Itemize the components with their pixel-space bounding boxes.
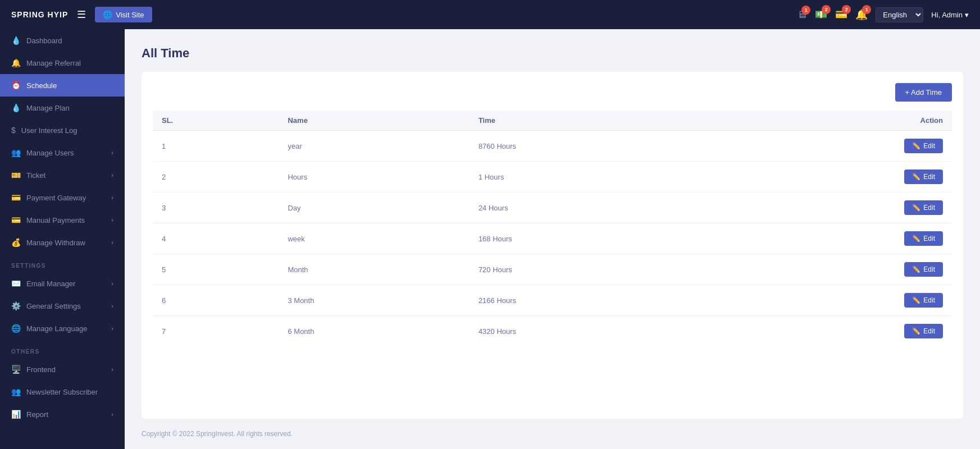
monitor-badge: 1	[801, 6, 810, 15]
cell-action: ✏️ Edit	[709, 131, 952, 162]
cell-sl: 2	[153, 162, 279, 193]
cell-action: ✏️ Edit	[709, 223, 952, 254]
pencil-icon: ✏️	[912, 204, 920, 212]
cell-time: 24 Hours	[470, 193, 709, 223]
sidebar-item-label: General Settings	[26, 302, 81, 310]
admin-menu-button[interactable]: Hi, Admin ▾	[931, 11, 969, 19]
cell-action: ✏️ Edit	[709, 285, 952, 316]
chevron-right-icon: ›	[111, 194, 113, 201]
table-row: 5 Month 720 Hours ✏️ Edit	[153, 254, 952, 285]
sidebar-item-user-interest-log[interactable]: $ User Interest Log	[0, 119, 125, 141]
sidebar-item-manage-referral[interactable]: 🔔 Manage Referral	[0, 52, 125, 74]
edit-button-row-4[interactable]: ✏️ Edit	[904, 231, 943, 246]
hamburger-icon[interactable]: ☰	[77, 8, 86, 21]
card-icon-wrap[interactable]: 💳 2	[835, 8, 847, 21]
email-manager-icon: ✉️	[11, 279, 21, 288]
wallet-badge: 2	[822, 5, 831, 14]
sidebar-item-report[interactable]: 📊 Report ›	[0, 403, 125, 425]
table-row: 2 Hours 1 Hours ✏️ Edit	[153, 162, 952, 193]
page-title: All Time	[142, 46, 963, 61]
visit-site-button[interactable]: 🌐 Visit Site	[95, 7, 152, 22]
sidebar-item-ticket[interactable]: 🎫 Ticket ›	[0, 164, 125, 186]
sidebar-item-manage-users[interactable]: 👥 Manage Users ›	[0, 141, 125, 164]
sidebar-item-label: Payment Gateway	[26, 194, 86, 202]
table-row: 3 Day 24 Hours ✏️ Edit	[153, 193, 952, 223]
sidebar-item-label: Schedule	[26, 81, 57, 90]
chevron-right-icon: ›	[111, 217, 113, 223]
pencil-icon: ✏️	[912, 265, 920, 273]
cell-sl: 3	[153, 193, 279, 223]
cell-action: ✏️ Edit	[709, 316, 952, 347]
chevron-right-icon: ›	[111, 149, 113, 156]
col-time: Time	[470, 111, 709, 131]
sidebar-item-manage-withdraw[interactable]: 💰 Manage Withdraw ›	[0, 231, 125, 254]
cell-name: year	[279, 131, 469, 162]
cell-sl: 7	[153, 316, 279, 347]
edit-button-row-3[interactable]: ✏️ Edit	[904, 200, 943, 215]
language-select[interactable]: EnglishFrenchSpanish	[876, 7, 923, 22]
cell-time: 8760 Hours	[470, 131, 709, 162]
sidebar-item-frontend[interactable]: 🖥️ Frontend ›	[0, 358, 125, 381]
sidebar-item-label: Manage Referral	[26, 59, 81, 67]
sidebar-item-label: Manual Payments	[26, 216, 85, 224]
sidebar-item-label: Email Manager	[26, 280, 75, 288]
edit-button-row-2[interactable]: ✏️ Edit	[904, 169, 943, 184]
chevron-right-icon: ›	[111, 280, 113, 287]
sidebar-item-payment-gateway[interactable]: 💳 Payment Gateway ›	[0, 186, 125, 209]
cell-name: Month	[279, 254, 469, 285]
table-row: 7 6 Month 4320 Hours ✏️ Edit	[153, 316, 952, 347]
globe-icon: 🌐	[103, 10, 112, 19]
sidebar-item-manage-plan[interactable]: 💧 Manage Plan	[0, 97, 125, 119]
edit-button-row-7[interactable]: ✏️ Edit	[904, 324, 943, 338]
cell-sl: 6	[153, 285, 279, 316]
cell-time: 720 Hours	[470, 254, 709, 285]
sidebar-item-label: Frontend	[26, 365, 56, 374]
manual-payments-icon: 💳	[11, 216, 21, 224]
wallet-icon-wrap[interactable]: 💵 2	[815, 8, 827, 21]
chevron-right-icon: ›	[111, 172, 113, 178]
main-content: All Time + Add Time SL.NameTimeAction 1 …	[125, 29, 980, 449]
manage-referral-icon: 🔔	[11, 58, 21, 67]
sidebar-item-manual-payments[interactable]: 💳 Manual Payments ›	[0, 209, 125, 231]
chevron-right-icon: ›	[111, 239, 113, 246]
sidebar-item-manage-language[interactable]: 🌐 Manage Language ›	[0, 317, 125, 340]
content-card: + Add Time SL.NameTimeAction 1 year 8760…	[142, 72, 963, 419]
sidebar-item-schedule[interactable]: ⏰ Schedule	[0, 74, 125, 97]
manage-plan-icon: 💧	[11, 103, 21, 112]
manage-withdraw-icon: 💰	[11, 238, 21, 247]
sidebar-item-newsletter-subscriber[interactable]: 👥 Newsletter Subscriber	[0, 381, 125, 403]
edit-button-row-5[interactable]: ✏️ Edit	[904, 262, 943, 277]
sidebar-item-general-settings[interactable]: ⚙️ General Settings ›	[0, 295, 125, 317]
monitor-icon-wrap[interactable]: 🖥 1	[797, 9, 807, 21]
sidebar-item-label: Manage Withdraw	[26, 239, 85, 247]
pencil-icon: ✏️	[912, 235, 920, 242]
manage-users-icon: 👥	[11, 148, 21, 157]
general-settings-icon: ⚙️	[11, 301, 21, 310]
cell-name: 3 Month	[279, 285, 469, 316]
chevron-right-icon: ›	[111, 325, 113, 332]
table-header: SL.NameTimeAction	[153, 111, 952, 131]
navbar-left: SPRING HYIP ☰ 🌐 Visit Site	[11, 7, 152, 22]
sidebar-item-dashboard[interactable]: 💧 Dashboard	[0, 29, 125, 52]
time-table: SL.NameTimeAction 1 year 8760 Hours ✏️ E…	[153, 111, 952, 346]
sidebar-item-label: Manage Language	[26, 324, 87, 333]
chevron-down-icon: ▾	[965, 11, 969, 19]
cell-name: week	[279, 223, 469, 254]
pencil-icon: ✏️	[912, 142, 920, 150]
layout: 💧 Dashboard 🔔 Manage Referral ⏰ Schedule…	[0, 29, 980, 449]
chevron-right-icon: ›	[111, 303, 113, 309]
ticket-icon: 🎫	[11, 171, 21, 180]
frontend-icon: 🖥️	[11, 365, 21, 374]
edit-button-row-6[interactable]: ✏️ Edit	[904, 293, 943, 308]
dashboard-icon: 💧	[11, 36, 21, 45]
bell-icon-wrap[interactable]: 🔔 1	[855, 8, 868, 21]
edit-button-row-1[interactable]: ✏️ Edit	[904, 139, 943, 153]
sidebar-item-email-manager[interactable]: ✉️ Email Manager ›	[0, 272, 125, 295]
bell-badge: 1	[862, 5, 871, 14]
add-time-button[interactable]: + Add Time	[895, 83, 952, 102]
pencil-icon: ✏️	[912, 173, 920, 181]
col-action: Action	[709, 111, 952, 131]
pencil-icon: ✏️	[912, 296, 920, 304]
navbar: SPRING HYIP ☰ 🌐 Visit Site 🖥 1 💵 2 💳 2 🔔…	[0, 0, 980, 29]
table-row: 4 week 168 Hours ✏️ Edit	[153, 223, 952, 254]
